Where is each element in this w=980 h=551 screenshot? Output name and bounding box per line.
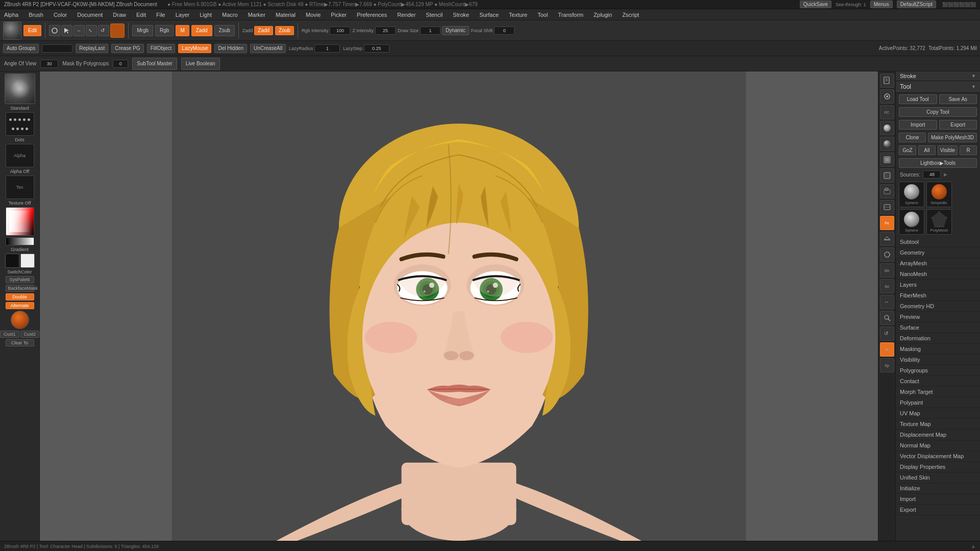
tool-item-preview[interactable]: Preview: [896, 312, 980, 322]
longhi-icon[interactable]: [880, 137, 894, 151]
tool-item-initialize[interactable]: Initialize: [896, 483, 980, 494]
quicksave-btn[interactable]: QuickSave: [800, 1, 831, 8]
menu-stencil[interactable]: Stencil: [424, 12, 445, 18]
replay-last-btn[interactable]: ReplayLast: [76, 44, 108, 53]
rgb-intensity-input[interactable]: [330, 27, 350, 35]
menu-tool[interactable]: Tool: [535, 12, 550, 18]
gradient-bar[interactable]: [6, 237, 34, 245]
focal-shift-input[interactable]: [494, 27, 514, 35]
zsub-val-btn[interactable]: Zoub: [275, 26, 294, 35]
rotate-icon[interactable]: ↺: [880, 327, 894, 341]
menus-btn[interactable]: Menus: [870, 1, 893, 8]
tool-item-texturemap[interactable]: Texture Map: [896, 419, 980, 430]
material-preview[interactable]: [110, 23, 125, 38]
color-picker[interactable]: [6, 207, 34, 236]
menu-brush[interactable]: Brush: [27, 12, 45, 18]
cust2-btn[interactable]: Cust2: [20, 331, 40, 338]
tool-preview-sphere2[interactable]: Sphere: [899, 209, 924, 235]
tool-preview-sphere[interactable]: Sphere: [899, 182, 924, 207]
tool-item-unifiedskin[interactable]: Unified Skin: [896, 472, 980, 483]
rgb-btn[interactable]: Rgb: [155, 25, 174, 36]
select-a-icon[interactable]: [880, 184, 894, 198]
menu-zplugin[interactable]: Zplugin: [592, 12, 614, 18]
rotate-tool-icon[interactable]: ↺: [98, 25, 109, 36]
auto-groups-input[interactable]: [42, 44, 72, 53]
import-btn[interactable]: Import: [899, 120, 937, 130]
masking-la-icon[interactable]: [880, 153, 894, 167]
sources-input[interactable]: [923, 170, 941, 179]
tool-item-subtool[interactable]: Subtool: [896, 237, 980, 247]
tool-item-surface[interactable]: Surface: [896, 322, 980, 333]
texture-preview[interactable]: Tex: [6, 176, 34, 199]
z-intensity-input[interactable]: [375, 27, 396, 35]
zadd-val-btn[interactable]: Zadd: [254, 26, 273, 35]
tool-item-visibility[interactable]: Visibility: [896, 355, 980, 365]
new-icon[interactable]: [880, 73, 894, 88]
menu-texture[interactable]: Texture: [507, 12, 529, 18]
lazy-mouse-btn[interactable]: LazyMouse: [178, 44, 211, 53]
r-btn[interactable]: R: [960, 145, 977, 155]
menu-draw[interactable]: Draw: [111, 12, 128, 18]
menu-movie[interactable]: Movie: [304, 12, 323, 18]
menu-preferences[interactable]: Preferences: [355, 12, 389, 18]
zoom-to-icon[interactable]: [880, 311, 894, 325]
brush-swatch[interactable]: [5, 73, 35, 104]
tool-item-morph-target[interactable]: Morph Target: [896, 387, 980, 397]
brush-settings-icon[interactable]: [880, 89, 894, 104]
un-crease-all-btn[interactable]: UnCreaseAll: [250, 44, 286, 53]
tool-item-masking[interactable]: Masking: [896, 344, 980, 355]
menu-macro[interactable]: Macro: [220, 12, 240, 18]
mask-input[interactable]: [113, 60, 128, 68]
subtool-master-btn[interactable]: SubTool Master: [132, 58, 177, 70]
copy-tool-btn[interactable]: Copy Tool: [899, 107, 977, 117]
solo-icon[interactable]: So: [880, 279, 894, 293]
menu-zscript[interactable]: Zscript: [620, 12, 641, 18]
tool-item-geometry[interactable]: Geometry: [896, 247, 980, 258]
menu-document[interactable]: Document: [75, 12, 105, 18]
tool-item-layers[interactable]: Layers: [896, 280, 980, 290]
m-btn[interactable]: M: [176, 25, 189, 36]
load-tool-btn[interactable]: Load Tool: [899, 94, 937, 104]
menu-edit[interactable]: Edit: [134, 12, 148, 18]
menu-surface[interactable]: Surface: [477, 12, 501, 18]
clear-to-btn[interactable]: Clear To: [6, 339, 34, 346]
color-white-swatch[interactable]: [20, 254, 35, 268]
cursor-tool-icon[interactable]: [61, 25, 72, 36]
menu-transform[interactable]: Transform: [556, 12, 585, 18]
menu-render[interactable]: Render: [395, 12, 418, 18]
masking-v-icon[interactable]: [880, 168, 894, 183]
menu-layer[interactable]: Layer: [174, 12, 192, 18]
tool-item-normalmap[interactable]: Normal Map: [896, 440, 980, 451]
goz-btn[interactable]: GoZ: [899, 145, 916, 155]
cust1-btn[interactable]: Cust1: [0, 331, 19, 338]
sys-palette-btn[interactable]: SysPaletti: [6, 276, 34, 283]
polyt-icon[interactable]: Pt: [880, 342, 894, 357]
zsub-btn[interactable]: Zsub: [214, 25, 235, 36]
dynamic-btn[interactable]: Dynamic: [442, 26, 469, 35]
select-b-icon[interactable]: [880, 200, 894, 214]
stroke-panel-header[interactable]: Stroke ▼: [896, 71, 980, 81]
matcap-sphere[interactable]: [11, 311, 29, 329]
persp-icon[interactable]: Pe: [880, 216, 894, 230]
ghost-icon[interactable]: Gh: [880, 263, 894, 278]
fill-object-btn[interactable]: FillObject: [147, 44, 176, 53]
transp-icon[interactable]: [880, 247, 894, 262]
alternate-btn[interactable]: Alternate: [6, 302, 34, 309]
tool-item-contact[interactable]: Contact: [896, 376, 980, 387]
tool-item-displacementmap[interactable]: Displacement Map: [896, 430, 980, 440]
menu-alpha[interactable]: Alpha: [2, 12, 20, 18]
tool-item-polygroups[interactable]: Polygroups: [896, 365, 980, 376]
export-btn[interactable]: Export: [939, 120, 977, 130]
draw-size-input[interactable]: [420, 27, 440, 35]
tool-item-polypaint[interactable]: Polypaint: [896, 397, 980, 408]
dots-preview[interactable]: [6, 112, 34, 136]
alpha-preview[interactable]: Alpha: [6, 144, 34, 167]
defaultzscript-btn[interactable]: DefaultZScript: [897, 1, 936, 8]
backface-mask-btn[interactable]: BackfaceMask: [6, 285, 34, 292]
all-btn[interactable]: All: [918, 145, 936, 155]
tool-item-export[interactable]: Export: [896, 505, 980, 515]
tool-preview-poly[interactable]: PolyMesh: [926, 209, 952, 235]
menu-material[interactable]: Material: [274, 12, 298, 18]
del-hidden-btn[interactable]: Del Hidden: [214, 44, 247, 53]
tool-item-arraymesh[interactable]: ArrayMesh: [896, 258, 980, 269]
